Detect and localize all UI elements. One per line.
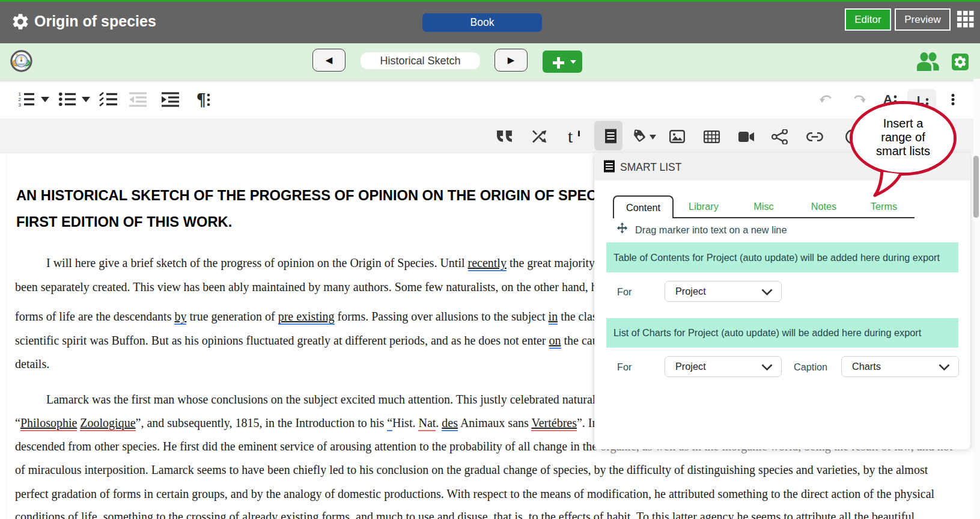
svg-text:1: 1 [19,91,22,97]
svg-text:2: 2 [19,97,22,102]
svg-text:3: 3 [19,102,22,108]
